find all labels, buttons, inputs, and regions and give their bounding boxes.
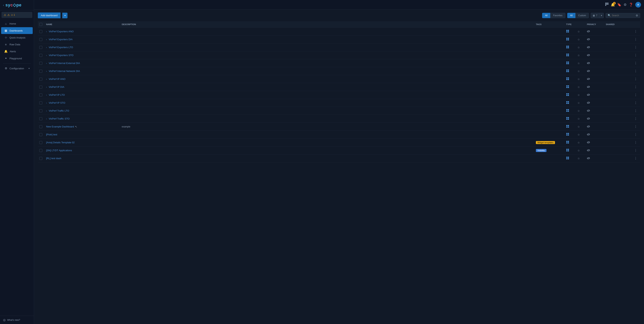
more-options-icon[interactable]: ⋮ [634, 69, 637, 73]
row-select-checkbox[interactable] [39, 38, 42, 41]
sidebar-collapse-icon[interactable]: ‹ [3, 3, 4, 6]
favorite-star-icon[interactable]: ☆ [578, 149, 580, 152]
row-select-checkbox[interactable] [39, 101, 42, 104]
row-select-checkbox[interactable] [39, 133, 42, 136]
favorite-star-icon[interactable]: ☆ [578, 157, 580, 160]
sidebar-item-quick-analysis[interactable]: ⊹ Quick Analysis [1, 34, 33, 41]
favorite-star-icon[interactable]: ☆ [578, 30, 580, 33]
more-options-icon[interactable]: ⋮ [634, 61, 637, 65]
expand-icon[interactable]: › [46, 118, 47, 120]
more-options-icon[interactable]: ⋮ [634, 77, 637, 81]
type-all-button[interactable]: All [567, 13, 576, 18]
expand-icon[interactable]: › [46, 94, 47, 96]
select-all-checkbox[interactable] [39, 23, 42, 26]
favorite-star-icon[interactable]: ☆ [578, 54, 580, 57]
row-select-checkbox[interactable] [39, 46, 42, 49]
dashboard-name-link[interactable]: VisPerf Traffic STO [49, 117, 70, 120]
favorite-star-icon[interactable]: ☆ [578, 78, 580, 81]
row-select-checkbox[interactable] [39, 78, 42, 81]
row-select-checkbox[interactable] [39, 125, 42, 128]
privacy-eye-icon[interactable] [587, 46, 590, 49]
favorite-star-icon[interactable]: ☆ [578, 141, 580, 144]
more-options-icon[interactable]: ⋮ [634, 157, 637, 160]
expand-icon[interactable]: › [46, 46, 47, 48]
favorite-star-icon[interactable]: ☆ [578, 62, 580, 65]
favorite-star-icon[interactable]: ☆ [578, 125, 580, 128]
expand-icon[interactable]: › [46, 38, 47, 41]
more-options-icon[interactable]: ⋮ [634, 93, 637, 97]
expand-icon[interactable]: › [46, 110, 47, 112]
alert-bar[interactable]: ⚠ ⚠ ⚠ 1 [2, 12, 32, 18]
favorite-star-icon[interactable]: ☆ [578, 70, 580, 73]
privacy-eye-icon[interactable] [587, 30, 590, 33]
dashboard-name-link[interactable]: VisPerf IP ANO [49, 78, 66, 80]
row-select-checkbox[interactable] [39, 62, 42, 65]
more-options-icon[interactable]: ⋮ [634, 109, 637, 112]
row-select-checkbox[interactable] [39, 109, 42, 112]
sidebar-item-home[interactable]: ⌂ Home [1, 20, 33, 27]
privacy-eye-icon[interactable] [587, 149, 590, 152]
dashboard-name-link[interactable]: VisPerf Exporters DIA [49, 38, 72, 41]
dashboard-name-link[interactable]: VisPerf Internal External DIA [49, 62, 80, 64]
expand-icon[interactable]: › [46, 62, 47, 64]
more-options-icon[interactable]: ⋮ [634, 37, 637, 41]
privacy-eye-icon[interactable] [587, 117, 590, 120]
row-select-checkbox[interactable] [39, 85, 42, 88]
sidebar-item-raw-data[interactable]: ≡ Raw Data [1, 41, 33, 48]
settings-icon[interactable]: ⚙ [624, 3, 626, 7]
expand-icon[interactable]: › [46, 86, 47, 88]
more-options-icon[interactable]: ⋮ [634, 30, 637, 33]
dashboard-name-link[interactable]: VisPerf Exporters LTO [49, 46, 73, 49]
favorite-star-icon[interactable]: ☆ [578, 101, 580, 104]
dashboard-name-link[interactable]: VisPerf Exporters ANO [49, 30, 74, 33]
privacy-eye-icon[interactable] [587, 54, 590, 57]
privacy-eye-icon[interactable] [587, 125, 590, 128]
favorite-star-icon[interactable]: ☆ [578, 109, 580, 112]
privacy-eye-icon[interactable] [587, 85, 590, 88]
dashboard-name-link[interactable]: VisPerf IP DIA [49, 85, 64, 88]
dashboard-name-link[interactable]: VisPerf Internal Network DIA [49, 70, 80, 72]
sidebar-item-alerts[interactable]: 🔔 Alerts [1, 48, 33, 55]
favorite-star-icon[interactable]: ☆ [578, 38, 580, 41]
notifications-icon[interactable]: 🔔 3 [611, 3, 615, 7]
more-options-icon[interactable]: ⋮ [634, 53, 637, 57]
more-options-icon[interactable]: ⋮ [634, 141, 637, 144]
more-options-icon[interactable]: ⋮ [634, 149, 637, 152]
help-icon[interactable]: ❓ [629, 3, 633, 7]
row-select-checkbox[interactable] [39, 30, 42, 33]
more-options-icon[interactable]: ⋮ [634, 85, 637, 89]
expand-icon[interactable]: › [46, 78, 47, 80]
privacy-eye-icon[interactable] [587, 78, 590, 81]
privacy-eye-icon[interactable] [587, 62, 590, 65]
privacy-eye-icon[interactable] [587, 93, 590, 96]
row-select-checkbox[interactable] [39, 157, 42, 160]
dashboard-name-link[interactable]: [Ania] Details Template 02 [46, 141, 75, 144]
dashboard-name-link[interactable]: New Example Dashboard [46, 125, 74, 128]
more-options-icon[interactable]: ⋮ [634, 133, 637, 136]
sidebar-item-configuration[interactable]: ⚙ Configuration ▾ [1, 65, 33, 72]
expand-icon[interactable]: › [46, 70, 47, 72]
apps-icon[interactable] [605, 2, 608, 7]
dashboard-name-link[interactable]: VisPerf IP STO [49, 101, 65, 104]
type-custom-button[interactable]: Custom [576, 13, 589, 18]
privacy-eye-icon[interactable] [587, 109, 590, 112]
dashboard-name-link[interactable]: VisPerf IP LTO [49, 93, 65, 96]
sidebar-item-dashboards[interactable]: ▦ Dashboards [1, 27, 33, 34]
sidebar-item-playground[interactable]: ✦ Playground [1, 55, 33, 62]
filter-all-button[interactable]: All [542, 13, 550, 18]
count-chevron-button[interactable]: ▾ [600, 13, 604, 18]
search-settings-icon[interactable]: ⚙ [636, 14, 638, 17]
bookmarks-icon[interactable]: 🔖 [617, 3, 621, 7]
privacy-eye-icon[interactable] [587, 101, 590, 104]
privacy-eye-icon[interactable] [587, 157, 590, 160]
row-select-checkbox[interactable] [39, 54, 42, 57]
row-select-checkbox[interactable] [39, 149, 42, 152]
favorite-star-icon[interactable]: ☆ [578, 46, 580, 49]
row-select-checkbox[interactable] [39, 70, 42, 73]
dashboard-name-link[interactable]: VisPerf Exporters STO [49, 54, 74, 57]
dashboard-name-link[interactable]: VisPerf Traffic LTO [49, 109, 69, 112]
expand-icon[interactable]: › [46, 54, 47, 56]
favorite-star-icon[interactable]: ☆ [578, 133, 580, 136]
favorite-star-icon[interactable]: ☆ [578, 85, 580, 88]
privacy-eye-icon[interactable] [587, 133, 590, 136]
